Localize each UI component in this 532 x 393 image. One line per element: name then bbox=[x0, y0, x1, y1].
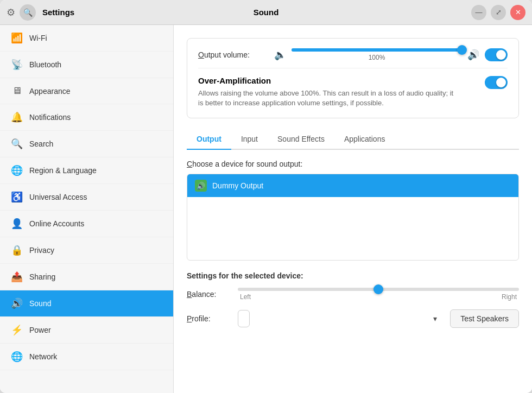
balance-thumb[interactable] bbox=[373, 284, 383, 294]
balance-left-label: Left bbox=[240, 293, 251, 301]
balance-right-label: Right bbox=[502, 293, 517, 301]
restore-button[interactable]: ⤢ bbox=[491, 5, 506, 20]
settings-window: ⚙ 🔍 Settings Sound — ⤢ ✕ 📶 Wi-Fi 📡 Bluet… bbox=[0, 0, 532, 393]
device-dummy-label: Dummy Output bbox=[212, 181, 263, 190]
search-icon: 🔍 bbox=[11, 138, 23, 150]
tab-input[interactable]: Input bbox=[231, 129, 268, 150]
tab-output[interactable]: Output bbox=[187, 129, 231, 150]
gear-icon: ⚙ bbox=[7, 7, 15, 18]
profile-row: Profile: Test Speakers bbox=[187, 309, 519, 328]
sidebar: 📶 Wi-Fi 📡 Bluetooth 🖥 Appearance 🔔 Notif… bbox=[0, 25, 174, 393]
device-item-dummy[interactable]: 🔊 Dummy Output bbox=[187, 174, 518, 197]
sidebar-label-universal-access: Universal Access bbox=[29, 193, 87, 201]
titlebar-left: ⚙ 🔍 Settings bbox=[7, 4, 93, 21]
profile-label: Profile: bbox=[187, 314, 230, 323]
over-amp-row: Over-Amplification Allows raising the vo… bbox=[198, 76, 508, 108]
sidebar-label-search: Search bbox=[29, 140, 53, 148]
search-button[interactable]: 🔍 bbox=[20, 4, 36, 21]
volume-row: Output volume: 🔈 100% 🔊 bbox=[198, 48, 508, 61]
window-title: Sound bbox=[93, 8, 439, 17]
sidebar-item-notifications[interactable]: 🔔 Notifications bbox=[0, 104, 173, 131]
tab-sound-effects[interactable]: Sound Effects bbox=[268, 129, 334, 150]
sidebar-item-sharing[interactable]: 📤 Sharing bbox=[0, 264, 173, 290]
balance-row: Balance: Left Right bbox=[187, 288, 519, 301]
volume-slider[interactable]: 100% bbox=[292, 48, 462, 61]
sidebar-item-power[interactable]: ⚡ Power bbox=[0, 317, 173, 344]
volume-percent: 100% bbox=[292, 54, 462, 61]
device-dummy-icon: 🔊 bbox=[195, 180, 207, 192]
sidebar-label-privacy: Privacy bbox=[29, 246, 54, 255]
sidebar-item-bluetooth[interactable]: 📡 Bluetooth bbox=[0, 52, 173, 78]
sound-tabs: Output Input Sound Effects Applications bbox=[187, 129, 519, 150]
over-amp-description: Allows raising the volume above 100%. Th… bbox=[198, 88, 459, 108]
notifications-icon: 🔔 bbox=[11, 111, 23, 123]
c-underline: C bbox=[187, 160, 192, 168]
sound-icon: 🔊 bbox=[11, 297, 23, 309]
volume-thumb[interactable] bbox=[457, 45, 467, 55]
device-section-label: Choose a device for sound output: bbox=[187, 160, 519, 168]
volume-high-icon: 🔊 bbox=[467, 49, 479, 61]
profile-select-wrap bbox=[238, 310, 442, 327]
over-amp-title: Over-Amplification bbox=[198, 76, 459, 85]
sidebar-label-region: Region & Language bbox=[29, 166, 97, 175]
wifi-icon: 📶 bbox=[11, 32, 23, 44]
over-amp-section: Over-Amplification Allows raising the vo… bbox=[198, 68, 508, 108]
sidebar-item-search[interactable]: 🔍 Search bbox=[0, 131, 173, 157]
balance-slider[interactable]: Left Right bbox=[238, 288, 519, 301]
test-speakers-button[interactable]: Test Speakers bbox=[450, 309, 519, 328]
over-amp-toggle[interactable] bbox=[485, 76, 508, 89]
sidebar-label-power: Power bbox=[29, 326, 51, 334]
o-underline: O bbox=[198, 50, 204, 59]
volume-track bbox=[292, 48, 462, 52]
balance-track bbox=[238, 288, 519, 291]
universal-access-icon: ♿ bbox=[11, 191, 23, 203]
sharing-icon: 📤 bbox=[11, 271, 23, 283]
sidebar-label-wifi: Wi-Fi bbox=[29, 34, 47, 42]
volume-fill bbox=[292, 48, 462, 52]
sidebar-label-sound: Sound bbox=[29, 299, 51, 308]
sidebar-item-network[interactable]: 🌐 Network bbox=[0, 344, 173, 370]
titlebar-controls: — ⤢ ✕ bbox=[439, 5, 525, 20]
balance-markers: Left Right bbox=[238, 293, 519, 301]
selected-device-settings-label: Settings for the selected device: bbox=[187, 271, 519, 280]
network-icon: 🌐 bbox=[11, 351, 23, 363]
bluetooth-icon: 📡 bbox=[11, 59, 23, 71]
b-underline: B bbox=[187, 290, 192, 299]
sidebar-item-wifi[interactable]: 📶 Wi-Fi bbox=[0, 25, 173, 52]
output-volume-label: Output volume: bbox=[198, 50, 269, 59]
profile-select[interactable] bbox=[238, 310, 250, 327]
over-amp-text: Over-Amplification Allows raising the vo… bbox=[198, 76, 459, 108]
sidebar-item-online-accounts[interactable]: 👤 Online Accounts bbox=[0, 211, 173, 237]
power-icon: ⚡ bbox=[11, 324, 23, 336]
privacy-icon: 🔒 bbox=[11, 244, 23, 256]
appearance-icon: 🖥 bbox=[11, 85, 23, 97]
titlebar: ⚙ 🔍 Settings Sound — ⤢ ✕ bbox=[0, 0, 532, 25]
device-list: 🔊 Dummy Output bbox=[187, 174, 519, 261]
app-name: Settings bbox=[42, 8, 74, 17]
tab-applications[interactable]: Applications bbox=[334, 129, 395, 150]
sidebar-label-online-accounts: Online Accounts bbox=[29, 219, 84, 228]
sidebar-item-appearance[interactable]: 🖥 Appearance bbox=[0, 78, 173, 104]
sidebar-item-universal-access[interactable]: ♿ Universal Access bbox=[0, 184, 173, 211]
volume-low-icon: 🔈 bbox=[274, 49, 286, 61]
balance-label: Balance: bbox=[187, 290, 230, 299]
content-area: 📶 Wi-Fi 📡 Bluetooth 🖥 Appearance 🔔 Notif… bbox=[0, 25, 532, 393]
sidebar-label-sharing: Sharing bbox=[29, 272, 55, 281]
volume-section: Output volume: 🔈 100% 🔊 bbox=[187, 38, 519, 118]
main-panel: Output volume: 🔈 100% 🔊 bbox=[174, 25, 532, 393]
close-button[interactable]: ✕ bbox=[510, 5, 525, 20]
sidebar-label-notifications: Notifications bbox=[29, 113, 71, 122]
volume-toggle[interactable] bbox=[485, 48, 508, 61]
sidebar-label-appearance: Appearance bbox=[29, 87, 71, 96]
region-icon: 🌐 bbox=[11, 164, 23, 176]
sidebar-item-privacy[interactable]: 🔒 Privacy bbox=[0, 237, 173, 264]
online-accounts-icon: 👤 bbox=[11, 218, 23, 230]
p-underline: P bbox=[187, 314, 192, 323]
sidebar-item-region[interactable]: 🌐 Region & Language bbox=[0, 157, 173, 184]
sidebar-label-network: Network bbox=[29, 352, 57, 361]
sidebar-item-sound[interactable]: 🔊 Sound bbox=[0, 290, 173, 317]
sidebar-label-bluetooth: Bluetooth bbox=[29, 60, 61, 69]
minimize-button[interactable]: — bbox=[471, 5, 486, 20]
